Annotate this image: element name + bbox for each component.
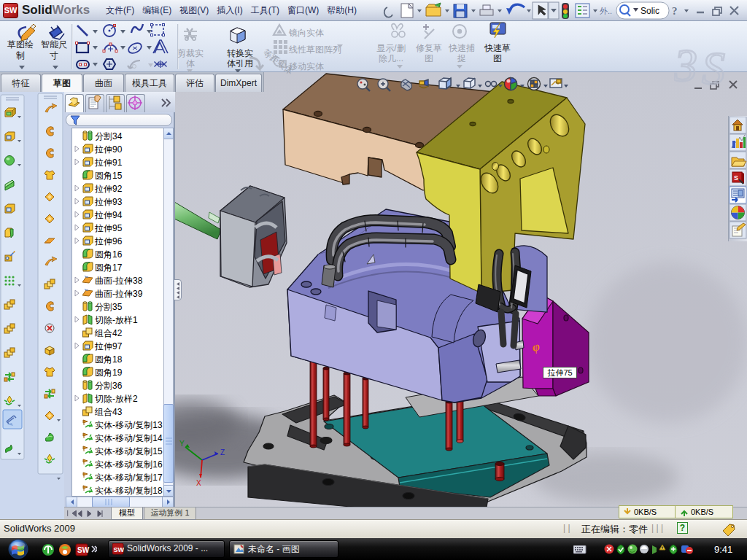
svg-text:?: ?	[672, 5, 678, 17]
svg-text:SW: SW	[77, 546, 90, 554]
svg-text:Solic: Solic	[640, 6, 659, 16]
svg-text:SW: SW	[114, 546, 125, 553]
svg-text:Z: Z	[220, 448, 225, 456]
svg-text:X: X	[196, 479, 201, 487]
svg-text:外..: 外..	[600, 7, 612, 15]
svg-text:S: S	[734, 174, 738, 182]
svg-text:Y: Y	[179, 440, 185, 448]
